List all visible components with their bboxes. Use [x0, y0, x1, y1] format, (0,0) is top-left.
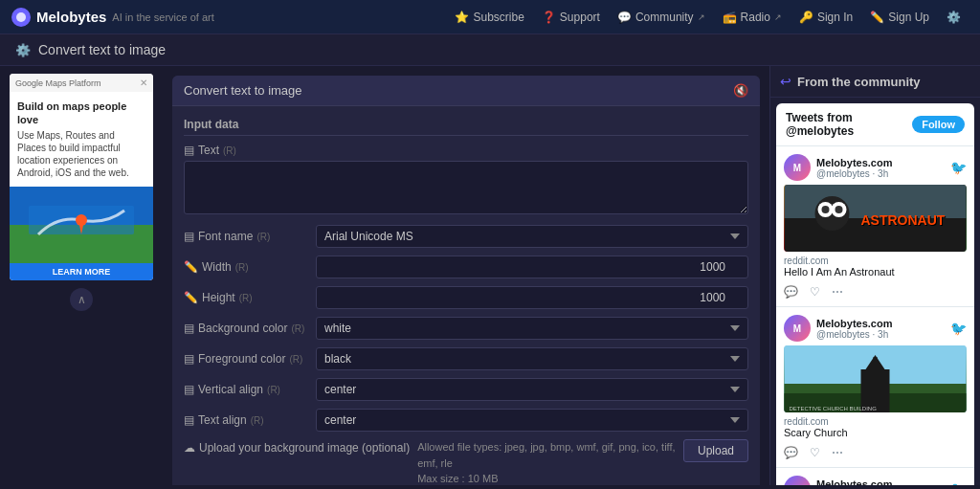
tweet-2-name: Melobytes.com — [816, 318, 945, 329]
community-icon: 💬 — [617, 11, 632, 24]
fg-color-select[interactable]: black white red blue green — [316, 347, 748, 370]
svg-point-11 — [835, 206, 843, 213]
width-row: ✏️ Width (R) — [184, 256, 748, 278]
height-row: ✏️ Height (R) — [184, 286, 748, 309]
fg-color-row: ▤ Foreground color (R) black white red b… — [184, 347, 748, 370]
star-icon: ⭐ — [455, 11, 469, 24]
follow-button[interactable]: Follow — [912, 116, 965, 133]
nav-community[interactable]: 💬 Community ↗ — [610, 7, 713, 28]
talign-icon: ▤ — [184, 413, 194, 427]
nav-support[interactable]: ❓ Support — [534, 7, 608, 28]
height-input[interactable] — [316, 286, 748, 309]
input-data-label: Input data — [184, 118, 748, 136]
nav-signup[interactable]: ✏️ Sign Up — [862, 7, 937, 28]
twitter-title: Tweets from @melobytes — [786, 111, 912, 138]
scroll-up-button[interactable]: ∧ — [70, 288, 93, 311]
support-icon: ❓ — [542, 11, 556, 24]
valign-select[interactable]: center top bottom — [316, 378, 748, 401]
ad-subtitle: Use Maps, Routes and Places to build imp… — [17, 129, 145, 179]
tweet-2-like-icon[interactable]: ♡ — [810, 446, 820, 459]
tweet-1-more-icon[interactable]: ⋯ — [832, 285, 843, 299]
width-label: ✏️ Width (R) — [184, 260, 308, 274]
svg-text:DETECTIVE CHURCH BUILDING: DETECTIVE CHURCH BUILDING — [790, 406, 878, 411]
font-name-select[interactable]: Arial Unicode MS Arial Times New Roman C… — [316, 225, 748, 248]
nav-radio[interactable]: 📻 Radio ↗ — [715, 7, 790, 28]
ad-content: Build on maps people love Use Maps, Rout… — [10, 92, 153, 187]
ad-box: Google Maps Platform ✕ Build on maps peo… — [10, 74, 153, 280]
upload-button[interactable]: Upload — [683, 439, 748, 462]
nav-subscribe[interactable]: ⭐ Subscribe — [447, 7, 531, 28]
brand-logo-icon — [11, 8, 31, 27]
main-layout: Google Maps Platform ✕ Build on maps peo… — [0, 66, 980, 485]
radio-icon: 📻 — [723, 11, 737, 24]
svg-text:ASTRONAUT: ASTRONAUT — [861, 212, 946, 228]
tweet-2-img-visual: DETECTIVE CHURCH BUILDING — [784, 345, 967, 412]
bg-color-select[interactable]: white black red blue green yellow transp… — [316, 317, 748, 340]
bg-color-icon: ▤ — [184, 322, 194, 335]
tweet-1-img-visual: ASTRONAUT — [784, 185, 967, 252]
nav-signin[interactable]: 🔑 Sign In — [791, 7, 860, 28]
valign-label: ▤ Vertical align (R) — [184, 383, 308, 396]
mute-icon[interactable]: 🔇 — [733, 83, 748, 98]
ad-cta-button[interactable]: LEARN MORE — [10, 263, 153, 280]
left-panel: Google Maps Platform ✕ Build on maps peo… — [0, 66, 163, 485]
center-panel: Convert text to image 🔇 Input data ▤ Tex… — [163, 66, 769, 485]
brand-name: Melobytes — [36, 9, 106, 25]
twitter-widget: Tweets from @melobytes Follow M Melobyte… — [776, 103, 974, 485]
tweet-2-user: M Melobytes.com @melobytes · 3h 🐦 — [784, 315, 967, 342]
text-hint: (R) — [223, 145, 236, 156]
breadcrumb-title: Convert text to image — [38, 42, 166, 57]
external-link-icon: ↗ — [698, 12, 705, 22]
tweet-2-actions: 💬 ♡ ⋯ — [784, 442, 967, 459]
bg-color-label: ▤ Background color (R) — [184, 322, 308, 335]
tweet-1-handle: @melobytes · 3h — [816, 168, 945, 179]
breadcrumb-icon: ⚙️ — [15, 43, 31, 57]
signin-icon: 🔑 — [799, 11, 813, 24]
text-input[interactable] — [184, 161, 748, 214]
tweet-1-user: M Melobytes.com @melobytes · 3h 🐦 — [784, 154, 967, 181]
tweet-3-avatar: M — [784, 476, 811, 485]
tool-card-title: Convert text to image — [184, 83, 302, 98]
breadcrumb-bar: ⚙️ Convert text to image — [0, 34, 980, 66]
tweet-2-source: reddit.com — [784, 416, 967, 427]
twitter-header: Tweets from @melobytes Follow — [776, 103, 974, 146]
tweet-1-reply-icon[interactable]: 💬 — [784, 285, 798, 299]
ad-image — [10, 187, 153, 263]
tweet-1: M Melobytes.com @melobytes · 3h 🐦 — [776, 146, 974, 307]
tweet-3-avatar-img: M — [784, 476, 811, 485]
tweet-2-info: Melobytes.com @melobytes · 3h — [816, 318, 945, 340]
talign-row: ▤ Text align (R) center left right — [184, 409, 748, 432]
settings-icon: ⚙️ — [947, 11, 961, 24]
tweet-1-like-icon[interactable]: ♡ — [810, 285, 820, 299]
font-icon: ▤ — [184, 230, 194, 243]
nav-links: ⭐ Subscribe ❓ Support 💬 Community ↗ 📻 Ra… — [447, 7, 969, 28]
svg-point-0 — [16, 12, 26, 22]
tweet-3-info: Melobytes.com @melobytes · 3h — [816, 478, 945, 486]
tool-card-header: Convert text to image 🔇 — [172, 76, 760, 106]
valign-row: ▤ Vertical align (R) center top bottom — [184, 378, 748, 401]
tweet-1-content: Hello I Am An Astronaut — [784, 266, 967, 278]
tweet-2-image: DETECTIVE CHURCH BUILDING — [784, 345, 967, 412]
font-name-row: ▤ Font name (R) Arial Unicode MS Arial T… — [184, 225, 748, 248]
talign-select[interactable]: center left right — [316, 409, 748, 432]
tweet-1-actions: 💬 ♡ ⋯ — [784, 281, 967, 299]
tweet-2-reply-icon[interactable]: 💬 — [784, 446, 798, 459]
nav-settings[interactable]: ⚙️ — [939, 7, 969, 28]
tweet-2-more-icon[interactable]: ⋯ — [832, 446, 843, 459]
tweet-2-avatar: M — [784, 315, 811, 342]
width-input[interactable] — [316, 256, 748, 278]
community-title: From the community — [797, 75, 921, 89]
right-panel: ↩ From the community Tweets from @meloby… — [769, 66, 980, 485]
tweet-1-avatar: M — [784, 154, 811, 181]
community-arrow-icon: ↩ — [780, 74, 791, 89]
ad-close-icon[interactable]: ✕ — [140, 78, 147, 88]
tweet-1-image: ASTRONAUT — [784, 185, 967, 252]
valign-icon: ▤ — [184, 383, 194, 396]
tweet-3: M Melobytes.com @melobytes · 3h 🐦 — [776, 468, 974, 485]
text-label: ▤ Text (R) — [184, 144, 748, 157]
tweet-1-name: Melobytes.com — [816, 157, 945, 168]
ad-map-visual — [10, 187, 153, 263]
upload-label: ☁ Upload your background image (optional… — [184, 439, 410, 455]
tweet-2-avatar-img: M — [784, 315, 811, 342]
brand-tagline: AI in the service of art — [112, 11, 213, 23]
